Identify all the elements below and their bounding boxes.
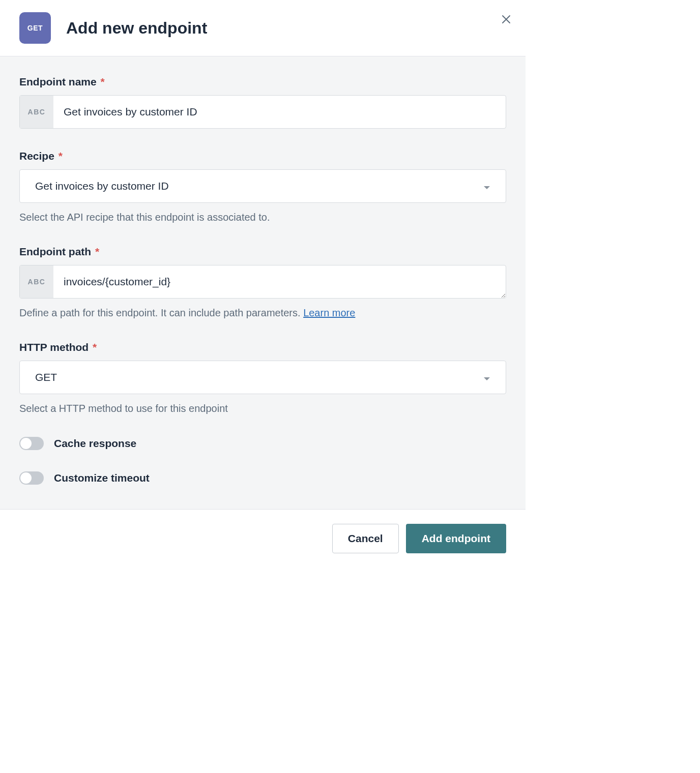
http-method-help: Select a HTTP method to use for this end…: [19, 401, 506, 415]
abc-icon: ABC: [20, 96, 53, 128]
close-button[interactable]: [500, 13, 512, 25]
customize-timeout-label: Customize timeout: [54, 472, 150, 484]
chevron-down-icon: [483, 372, 490, 383]
endpoint-path-input-wrap: ABC: [19, 265, 506, 299]
chevron-down-icon: [483, 181, 490, 192]
endpoint-path-help: Define a path for this endpoint. It can …: [19, 306, 506, 320]
help-text: Define a path for this endpoint. It can …: [19, 307, 303, 318]
endpoint-name-label: Endpoint name *: [19, 76, 506, 88]
customize-timeout-row: Customize timeout: [19, 471, 506, 485]
http-method-badge: GET: [19, 12, 51, 44]
required-mark: *: [90, 341, 97, 353]
cache-response-label: Cache response: [54, 437, 136, 450]
close-icon: [501, 14, 511, 24]
field-recipe: Recipe * Get invoices by customer ID Sel…: [19, 150, 506, 224]
required-mark: *: [55, 150, 63, 162]
cancel-button[interactable]: Cancel: [332, 524, 399, 553]
abc-icon: ABC: [20, 265, 53, 298]
endpoint-path-input[interactable]: [53, 265, 506, 298]
http-method-select[interactable]: GET: [19, 361, 506, 394]
add-endpoint-button[interactable]: Add endpoint: [406, 524, 506, 553]
field-endpoint-path: Endpoint path * ABC Define a path for th…: [19, 246, 506, 320]
cache-response-toggle[interactable]: [19, 437, 44, 450]
field-endpoint-name: Endpoint name * ABC: [19, 76, 506, 129]
required-mark: *: [98, 76, 105, 87]
label-text: Endpoint name: [19, 76, 97, 87]
http-method-label: HTTP method *: [19, 341, 506, 353]
endpoint-path-label: Endpoint path *: [19, 246, 506, 258]
recipe-label: Recipe *: [19, 150, 506, 162]
field-http-method: HTTP method * GET Select a HTTP method t…: [19, 341, 506, 415]
recipe-value: Get invoices by customer ID: [35, 180, 483, 192]
customize-timeout-toggle[interactable]: [19, 471, 44, 485]
cache-response-row: Cache response: [19, 437, 506, 450]
http-method-value: GET: [35, 371, 483, 383]
learn-more-link[interactable]: Learn more: [303, 307, 355, 318]
endpoint-name-input-wrap: ABC: [19, 95, 506, 129]
recipe-help: Select the API recipe that this endpoint…: [19, 210, 506, 224]
label-text: Endpoint path: [19, 246, 91, 257]
modal-title: Add new endpoint: [66, 19, 207, 38]
modal-header: GET Add new endpoint: [0, 0, 526, 56]
endpoint-name-input[interactable]: [53, 96, 506, 128]
label-text: HTTP method: [19, 341, 89, 353]
recipe-select[interactable]: Get invoices by customer ID: [19, 169, 506, 203]
required-mark: *: [92, 246, 99, 257]
add-endpoint-modal: GET Add new endpoint Endpoint name * ABC…: [0, 0, 526, 568]
modal-body: Endpoint name * ABC Recipe * Get invoice…: [0, 56, 526, 509]
label-text: Recipe: [19, 150, 54, 162]
modal-footer: Cancel Add endpoint: [0, 509, 526, 568]
